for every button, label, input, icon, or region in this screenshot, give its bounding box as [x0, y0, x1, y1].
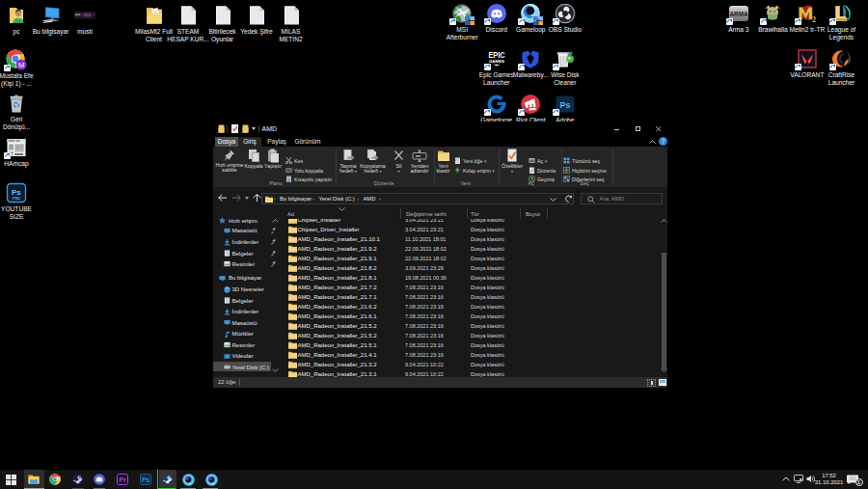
svg-text:Ps: Ps — [12, 188, 21, 197]
svg-text:Ps: Ps — [142, 476, 150, 483]
svg-text:PSD: PSD — [13, 197, 20, 201]
svg-text:Ps: Ps — [559, 100, 570, 110]
svg-text:M: M — [18, 61, 24, 69]
svg-text:Pr: Pr — [120, 476, 127, 483]
